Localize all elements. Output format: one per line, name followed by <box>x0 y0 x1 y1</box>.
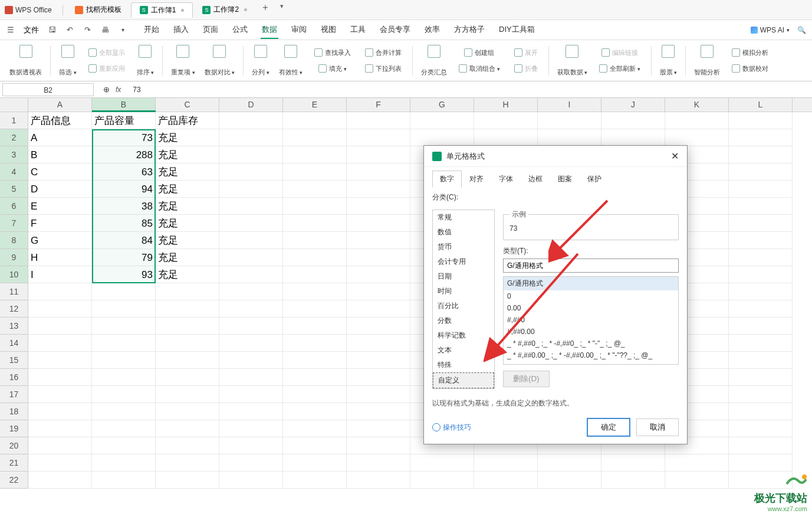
category-item[interactable]: 货币 <box>433 240 494 254</box>
cell[interactable] <box>347 420 410 437</box>
file-menu[interactable]: 文件 <box>24 25 39 35</box>
row-header[interactable]: 19 <box>0 420 28 437</box>
type-list-item[interactable]: _ * #,##0.00_ ;_ * -#,##0.00_ ;_ * "-"??… <box>504 349 678 361</box>
col-header-b[interactable]: B <box>92 98 156 112</box>
cell[interactable] <box>283 198 347 215</box>
cell[interactable] <box>347 386 410 403</box>
type-list-item[interactable]: G/通用格式 <box>504 277 678 290</box>
cell[interactable] <box>28 420 92 437</box>
cell[interactable] <box>156 403 219 420</box>
cell[interactable] <box>729 232 793 249</box>
col-header-c[interactable]: C <box>156 98 219 112</box>
cell[interactable] <box>156 283 219 300</box>
tab-page[interactable]: 页面 <box>202 21 219 39</box>
col-header-d[interactable]: D <box>219 98 283 112</box>
simulate-btn[interactable]: 模拟分析 <box>729 45 771 60</box>
cell[interactable] <box>410 112 474 129</box>
tab-review[interactable]: 审阅 <box>290 21 308 39</box>
row-header[interactable]: 21 <box>0 454 28 472</box>
tab-workbook2[interactable]: S 工作簿2 <box>194 2 255 18</box>
tab-efficiency[interactable]: 效率 <box>423 21 441 39</box>
type-list-item[interactable]: 0.00 <box>504 302 678 314</box>
cell[interactable] <box>156 437 219 454</box>
cell[interactable] <box>538 454 601 472</box>
tab-view[interactable]: 视图 <box>320 21 337 39</box>
cell[interactable] <box>283 215 347 232</box>
pivot-table-button[interactable]: 数据透视表 <box>5 42 47 79</box>
cell[interactable]: 产品容量 <box>92 112 156 129</box>
cell[interactable] <box>729 215 793 232</box>
cell[interactable]: 充足 <box>156 266 219 283</box>
cell[interactable] <box>729 335 793 352</box>
row-header[interactable]: 10 <box>0 266 28 283</box>
cell[interactable] <box>283 386 347 403</box>
dup-button[interactable]: 重复项 <box>166 42 200 79</box>
category-item[interactable]: 时间 <box>433 284 494 299</box>
cell[interactable]: 94 <box>92 181 156 198</box>
col-header-k[interactable]: K <box>665 98 729 112</box>
cell[interactable] <box>347 215 410 232</box>
cell[interactable] <box>219 454 283 472</box>
stock-button[interactable]: 股票 <box>655 42 682 79</box>
tab-workbook1[interactable]: S 工作簿1 <box>131 2 193 18</box>
row-header[interactable]: 11 <box>0 283 28 300</box>
cell[interactable] <box>729 249 793 266</box>
cell[interactable]: 充足 <box>156 232 219 249</box>
cell[interactable] <box>283 112 347 129</box>
cell[interactable] <box>729 386 793 403</box>
tab-insert[interactable]: 插入 <box>172 21 190 39</box>
cell[interactable] <box>92 437 156 454</box>
col-header-e[interactable]: E <box>283 98 347 112</box>
cell[interactable] <box>283 283 347 300</box>
cell[interactable] <box>219 266 283 283</box>
row-header[interactable]: 3 <box>0 146 28 163</box>
cell[interactable] <box>410 472 474 489</box>
cell[interactable] <box>347 198 410 215</box>
cell[interactable] <box>92 352 156 369</box>
cell[interactable] <box>92 318 156 335</box>
select-all-corner[interactable] <box>0 98 28 112</box>
tab-data[interactable]: 数据 <box>261 21 278 39</box>
row-header[interactable]: 15 <box>0 352 28 369</box>
cell[interactable] <box>283 266 347 283</box>
col-header-h[interactable]: H <box>474 98 538 112</box>
row-header[interactable]: 9 <box>0 249 28 266</box>
category-item[interactable]: 科学记数 <box>433 328 494 343</box>
cell[interactable] <box>219 352 283 369</box>
cell[interactable] <box>347 232 410 249</box>
ungroup-btn[interactable]: 取消组合 <box>456 61 502 76</box>
undo-icon[interactable]: ↶ <box>65 25 74 35</box>
fill-btn[interactable]: 填充 <box>316 61 349 76</box>
cell[interactable] <box>156 335 219 352</box>
cell[interactable] <box>601 454 665 472</box>
operation-tips-link[interactable]: 操作技巧 <box>432 423 471 433</box>
cell[interactable] <box>347 146 410 163</box>
get-data-button[interactable]: 获取数据 <box>553 42 593 79</box>
row-header[interactable]: 8 <box>0 232 28 249</box>
cell[interactable]: 充足 <box>156 181 219 198</box>
cell[interactable] <box>601 112 665 129</box>
cell[interactable] <box>92 386 156 403</box>
cell[interactable] <box>729 146 793 163</box>
category-item[interactable]: 特殊 <box>433 358 494 372</box>
row-header[interactable]: 13 <box>0 318 28 335</box>
cell[interactable] <box>92 300 156 318</box>
cell[interactable]: 充足 <box>156 215 219 232</box>
cell[interactable]: B <box>28 146 92 163</box>
cell[interactable] <box>156 386 219 403</box>
cell[interactable] <box>92 335 156 352</box>
row-header[interactable]: 7 <box>0 215 28 232</box>
cell[interactable]: 充足 <box>156 129 219 146</box>
cell[interactable] <box>410 454 474 472</box>
cell[interactable]: 79 <box>92 249 156 266</box>
row-header[interactable]: 4 <box>0 163 28 181</box>
print-icon[interactable]: 🖶 <box>100 25 110 35</box>
name-box[interactable]: B2 <box>2 83 94 96</box>
wps-ai-button[interactable]: WPS AI ▾ <box>751 26 790 34</box>
cell[interactable] <box>92 472 156 489</box>
cell[interactable] <box>156 352 219 369</box>
cell[interactable] <box>729 129 793 146</box>
cell[interactable] <box>219 283 283 300</box>
filter-button[interactable]: 筛选 <box>54 42 81 79</box>
cell[interactable] <box>729 403 793 420</box>
